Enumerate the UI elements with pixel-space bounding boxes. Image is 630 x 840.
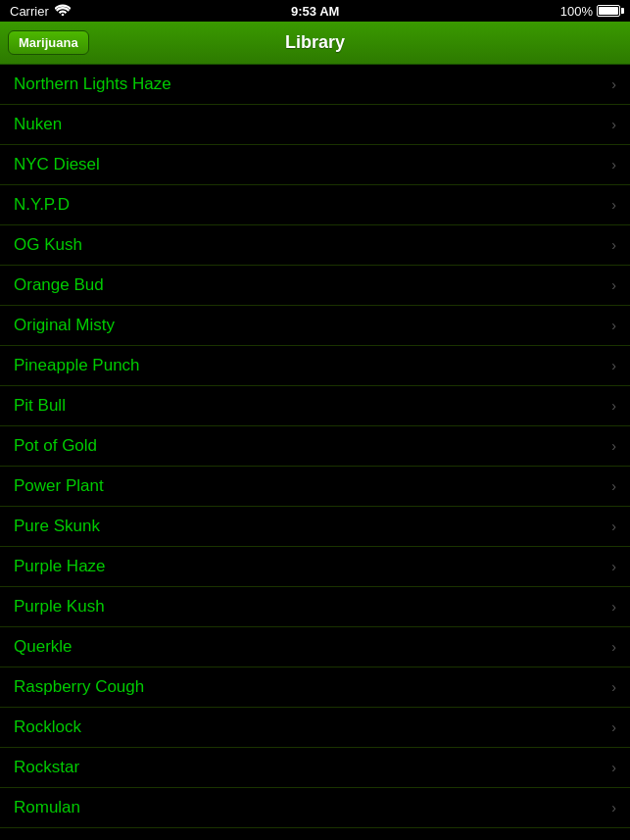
battery-icon: [597, 5, 620, 17]
strain-list: Northern Lights Haze › Nuken › NYC Diese…: [0, 65, 630, 840]
chevron-right-icon: ›: [611, 719, 616, 735]
battery-percent: 100%: [560, 4, 593, 19]
list-item-label: NYC Diesel: [14, 155, 100, 174]
back-button[interactable]: Marijuana: [8, 30, 89, 55]
list-item[interactable]: Rockstar ›: [0, 748, 630, 788]
list-item-label: Pineapple Punch: [14, 356, 140, 375]
list-item[interactable]: Northern Lights Haze ›: [0, 65, 630, 105]
list-item-label: Pot of Gold: [14, 436, 97, 456]
list-item-label: Power Plant: [14, 476, 104, 496]
list-item-label: Pit Bull: [14, 396, 66, 416]
list-item[interactable]: Raspberry Cough ›: [0, 667, 630, 708]
list-item-label: Purple Kush: [14, 597, 105, 617]
list-item[interactable]: Purple Haze ›: [0, 547, 630, 587]
chevron-right-icon: ›: [611, 76, 616, 92]
nav-bar: Marijuana Library: [0, 22, 630, 65]
list-item[interactable]: Orange Bud ›: [0, 266, 630, 306]
list-item-label: Rocklock: [14, 717, 81, 737]
list-item[interactable]: Power Plant ›: [0, 467, 630, 507]
list-item[interactable]: Pot of Gold ›: [0, 426, 630, 467]
list-item-label: Rockstar: [14, 758, 79, 777]
list-item[interactable]: Pit Bull ›: [0, 386, 630, 426]
status-left: Carrier: [10, 4, 71, 19]
chevron-right-icon: ›: [611, 760, 616, 775]
chevron-right-icon: ›: [611, 197, 616, 213]
chevron-right-icon: ›: [611, 639, 616, 655]
list-item-label: Northern Lights Haze: [14, 74, 171, 94]
nav-title: Library: [285, 32, 345, 53]
list-item-label: Orange Bud: [14, 275, 104, 295]
list-item-label: Querkle: [14, 637, 73, 657]
svg-point-0: [61, 13, 64, 15]
chevron-right-icon: ›: [611, 559, 616, 574]
list-item[interactable]: NYC Diesel ›: [0, 145, 630, 185]
chevron-right-icon: ›: [611, 318, 616, 333]
chevron-right-icon: ›: [611, 800, 616, 815]
list-item[interactable]: OG Kush ›: [0, 225, 630, 266]
list-item-label: Raspberry Cough: [14, 677, 144, 697]
chevron-right-icon: ›: [611, 117, 616, 132]
chevron-right-icon: ›: [611, 519, 616, 534]
chevron-right-icon: ›: [611, 599, 616, 615]
carrier-label: Carrier: [10, 4, 49, 19]
list-item[interactable]: N.Y.P.D ›: [0, 185, 630, 225]
list-item[interactable]: SAGE ›: [0, 828, 630, 840]
chevron-right-icon: ›: [611, 157, 616, 173]
list-item-label: Romulan: [14, 798, 80, 817]
chevron-right-icon: ›: [611, 398, 616, 414]
list-item[interactable]: Pineapple Punch ›: [0, 346, 630, 386]
chevron-right-icon: ›: [611, 277, 616, 293]
chevron-right-icon: ›: [611, 358, 616, 373]
list-item-label: Purple Haze: [14, 557, 106, 576]
list-item[interactable]: Nuken ›: [0, 105, 630, 145]
status-right: 100%: [560, 4, 620, 19]
chevron-right-icon: ›: [611, 237, 616, 253]
list-item[interactable]: Pure Skunk ›: [0, 507, 630, 547]
list-item-label: N.Y.P.D: [14, 195, 70, 215]
chevron-right-icon: ›: [611, 679, 616, 695]
list-item-label: Pure Skunk: [14, 517, 100, 536]
wifi-icon: [55, 4, 71, 19]
list-item[interactable]: Romulan ›: [0, 788, 630, 828]
status-bar: Carrier 9:53 AM 100%: [0, 0, 630, 22]
chevron-right-icon: ›: [611, 478, 616, 494]
chevron-right-icon: ›: [611, 438, 616, 454]
list-item[interactable]: Rocklock ›: [0, 708, 630, 748]
list-item-label: Nuken: [14, 115, 62, 134]
list-item-label: OG Kush: [14, 235, 82, 255]
list-item[interactable]: Querkle ›: [0, 627, 630, 667]
list-item[interactable]: Purple Kush ›: [0, 587, 630, 627]
list-item[interactable]: Original Misty ›: [0, 306, 630, 346]
status-time: 9:53 AM: [291, 4, 339, 19]
list-item-label: Original Misty: [14, 316, 115, 335]
